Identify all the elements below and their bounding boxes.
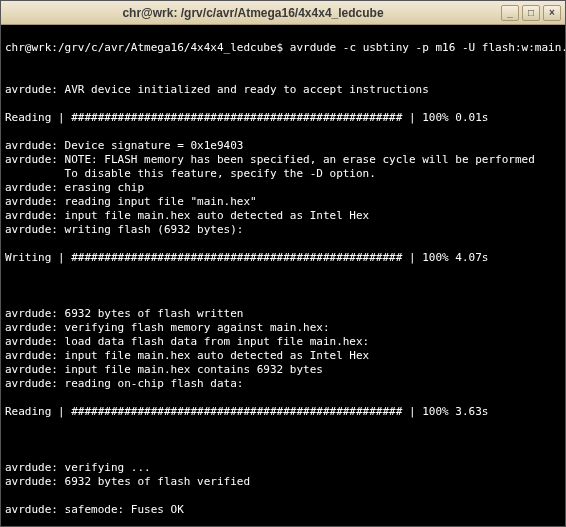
maximize-button[interactable]: □ [522,5,540,21]
output-line: avrdude: Device signature = 0x1e9403 [5,139,243,152]
terminal-body[interactable]: chr@wrk:/grv/c/avr/Atmega16/4x4x4_ledcub… [1,25,565,526]
output-line: avrdude: input file main.hex contains 69… [5,363,323,376]
minimize-icon: _ [507,7,513,18]
output-line: avrdude: load data flash data from input… [5,335,369,348]
titlebar[interactable]: chr@wrk: /grv/c/avr/Atmega16/4x4x4_ledcu… [1,1,565,25]
output-line: avrdude: verifying flash memory against … [5,321,330,334]
output-line: Reading | ##############################… [5,111,488,124]
output-line: Writing | ##############################… [5,251,488,264]
output-line: avrdude: safemode: Fuses OK [5,503,184,516]
output-line: avrdude: erasing chip [5,181,144,194]
output-line: avrdude: input file main.hex auto detect… [5,209,369,222]
maximize-icon: □ [528,7,534,18]
output-line: Reading | ##############################… [5,405,488,418]
window-controls: _ □ × [501,5,561,21]
output-line: avrdude: verifying ... [5,461,151,474]
minimize-button[interactable]: _ [501,5,519,21]
terminal-window: chr@wrk: /grv/c/avr/Atmega16/4x4x4_ledcu… [0,0,566,527]
output-line: To disable this feature, specify the -D … [5,167,376,180]
output-line: avrdude: reading input file "main.hex" [5,195,257,208]
output-line: avrdude: writing flash (6932 bytes): [5,223,243,236]
output-line: avrdude: reading on-chip flash data: [5,377,243,390]
command-text: avrdude -c usbtiny -p m16 -U flash:w:mai… [290,41,565,54]
shell-prompt: chr@wrk:/grv/c/avr/Atmega16/4x4x4_ledcub… [5,41,283,54]
output-line: avrdude: AVR device initialized and read… [5,83,429,96]
window-title: chr@wrk: /grv/c/avr/Atmega16/4x4x4_ledcu… [5,6,501,20]
output-line: avrdude: input file main.hex auto detect… [5,349,369,362]
close-button[interactable]: × [543,5,561,21]
output-line: avrdude: NOTE: FLASH memory has been spe… [5,153,535,166]
output-line: avrdude: 6932 bytes of flash verified [5,475,250,488]
output-line: avrdude: 6932 bytes of flash written [5,307,243,320]
close-icon: × [549,7,555,18]
